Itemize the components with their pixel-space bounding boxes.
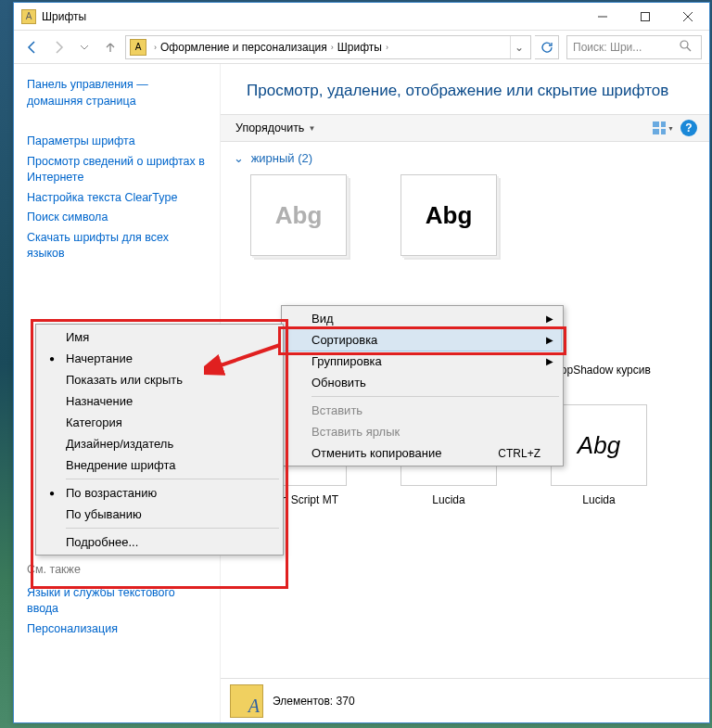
close-icon	[683, 12, 693, 21]
control-panel-home-link[interactable]: Панель управления — домашняя страница	[27, 77, 207, 109]
menu-separator	[312, 396, 559, 397]
sort-descending[interactable]: По убыванию	[38, 504, 281, 525]
svg-rect-6	[653, 121, 659, 127]
sort-embed[interactable]: Внедрение шрифта	[38, 454, 281, 476]
sort-style[interactable]: ●Начертание	[38, 348, 281, 369]
svg-rect-9	[661, 129, 666, 134]
font-item[interactable]: Abg	[384, 174, 514, 263]
sidebar-link[interactable]: Параметры шрифта	[27, 134, 207, 150]
font-preview: Abg	[250, 174, 347, 256]
sort-category[interactable]: Категория	[38, 412, 281, 433]
sort-show-hide[interactable]: Показать или скрыть	[38, 369, 281, 390]
maximize-icon	[641, 12, 650, 21]
menu-separator	[66, 528, 279, 529]
sidebar-link[interactable]: Настройка текста ClearType	[27, 190, 207, 207]
back-icon	[25, 40, 40, 55]
sort-more[interactable]: Подробнее...	[38, 531, 281, 553]
group-header[interactable]: жирный (2)	[234, 151, 696, 165]
font-preview: Abg	[400, 174, 497, 256]
status-bar: A Элементов: 370	[221, 678, 709, 722]
bullet-icon: ●	[49, 353, 55, 364]
context-menu: Вид▶ Сортировка▶ Группировка▶ Обновить В…	[281, 305, 564, 466]
sidebar-link[interactable]: Просмотр сведений о шрифтах в Интернете	[27, 154, 207, 186]
sort-purpose[interactable]: Назначение	[38, 390, 281, 412]
breadcrumb-item[interactable]: Оформление и персонализация	[160, 41, 327, 54]
up-icon	[104, 41, 117, 54]
minimize-icon	[598, 12, 607, 21]
submenu-arrow-icon: ▶	[546, 335, 553, 345]
app-icon: A	[21, 9, 36, 24]
organize-button[interactable]: Упорядочить ▼	[230, 120, 321, 136]
sidebar-link[interactable]: Языки и службы текстового ввода	[27, 585, 207, 618]
page-title: Просмотр, удаление, отображение или скры…	[221, 64, 709, 114]
svg-rect-1	[642, 12, 650, 20]
menu-refresh[interactable]: Обновить	[284, 372, 561, 393]
svg-line-5	[687, 47, 691, 51]
sort-designer[interactable]: Дизайнер/издатель	[38, 433, 281, 454]
forward-button[interactable]	[47, 36, 70, 58]
recent-button[interactable]	[73, 36, 95, 58]
minimize-button[interactable]	[581, 3, 624, 30]
chevron-down-icon: ▼	[308, 124, 315, 133]
sort-name[interactable]: Имя	[38, 326, 281, 348]
forward-icon	[51, 40, 66, 55]
sort-ascending[interactable]: ●По возрастанию	[38, 482, 281, 504]
breadcrumb-dropdown[interactable]: ⌄	[510, 36, 527, 58]
menu-paste-shortcut: Вставить ярлык	[284, 421, 561, 442]
submenu-arrow-icon: ▶	[546, 313, 553, 324]
sidebar-link[interactable]: Поиск символа	[27, 210, 207, 226]
menu-undo-copy[interactable]: Отменить копированиеCTRL+Z	[284, 442, 561, 464]
chevron-right-icon: ›	[150, 43, 160, 52]
search-placeholder: Поиск: Шри...	[573, 41, 642, 54]
refresh-button[interactable]	[535, 35, 559, 59]
titlebar: A Шрифты	[14, 3, 709, 31]
menu-group[interactable]: Группировка▶	[284, 351, 561, 372]
view-icon	[652, 121, 666, 135]
font-item[interactable]: Abg	[234, 174, 363, 263]
sidebar-link[interactable]: Скачать шрифты для всех языков	[27, 230, 207, 262]
chevron-right-icon: ›	[382, 43, 392, 52]
menu-paste: Вставить	[284, 400, 561, 421]
font-label: Lucida	[582, 493, 615, 507]
svg-rect-8	[653, 129, 659, 134]
shortcut-label: CTRL+Z	[498, 447, 553, 460]
search-icon	[680, 40, 692, 55]
sidebar-link[interactable]: Персонализация	[27, 621, 207, 638]
font-preview: Abg	[551, 404, 647, 486]
refresh-icon	[540, 41, 553, 54]
breadcrumb[interactable]: A › Оформление и персонализация › Шрифты…	[125, 35, 531, 59]
folder-icon: A	[130, 39, 146, 56]
folder-type-icon: A	[230, 684, 263, 718]
chevron-down-icon	[80, 43, 89, 52]
breadcrumb-item[interactable]: Шрифты	[337, 41, 382, 54]
status-count: 370	[337, 695, 355, 708]
address-bar: A › Оформление и персонализация › Шрифты…	[14, 31, 709, 64]
svg-rect-7	[661, 121, 666, 127]
maximize-button[interactable]	[624, 3, 667, 30]
close-button[interactable]	[667, 3, 709, 30]
up-button[interactable]	[99, 36, 121, 58]
see-also-label: См. также	[27, 563, 207, 576]
menu-sort[interactable]: Сортировка▶	[284, 329, 561, 351]
back-button[interactable]	[21, 36, 44, 58]
bullet-icon: ●	[49, 488, 55, 498]
view-options-button[interactable]: ▼	[652, 118, 674, 138]
submenu-arrow-icon: ▶	[546, 356, 553, 366]
search-input[interactable]: Поиск: Шри...	[566, 35, 702, 59]
help-icon: ?	[680, 120, 697, 136]
font-label: Lucida	[432, 493, 464, 507]
menu-view[interactable]: Вид▶	[284, 308, 561, 329]
toolbar: Упорядочить ▼ ▼ ?	[221, 114, 709, 142]
status-label: Элементов:	[273, 695, 333, 708]
chevron-right-icon: ›	[327, 43, 337, 52]
svg-point-4	[680, 41, 688, 48]
sort-submenu: Имя ●Начертание Показать или скрыть Назн…	[35, 324, 284, 556]
window-title: Шрифты	[42, 10, 581, 23]
help-button[interactable]: ?	[678, 118, 700, 138]
menu-separator	[66, 479, 279, 479]
chevron-down-icon: ▼	[668, 125, 674, 132]
